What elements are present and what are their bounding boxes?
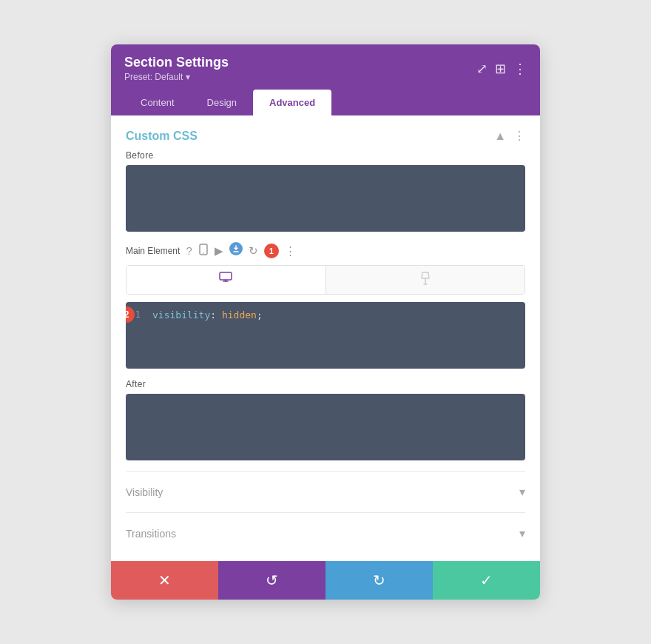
device-tab-desktop[interactable] [127, 266, 326, 294]
code-semi: ; [257, 309, 263, 321]
collapse-icon[interactable]: ▲ [494, 130, 506, 143]
custom-css-section-header: Custom CSS ▲ ⋮ [126, 115, 525, 150]
visibility-label: Visibility [126, 486, 163, 498]
header-left: Section Settings Preset: Default ▾ [124, 55, 229, 82]
panel-preset[interactable]: Preset: Default ▾ [124, 72, 229, 82]
transitions-chevron[interactable]: ▾ [519, 526, 525, 540]
code-content[interactable]: visibility: hidden; [146, 302, 525, 369]
panel-body: Custom CSS ▲ ⋮ Before Main Element ? ▶ ↻… [111, 115, 540, 561]
code-value: hidden [222, 309, 257, 321]
device-tab-pin[interactable] [326, 266, 525, 294]
panel-header: Section Settings Preset: Default ▾ ⤢ ⊞ ⋮… [111, 44, 540, 115]
svg-rect-3 [220, 272, 232, 280]
columns-icon[interactable]: ⊞ [495, 61, 506, 77]
code-keyword: visibility [152, 309, 210, 321]
more-icon[interactable]: ⋮ [513, 61, 527, 77]
badge-one[interactable]: 1 [264, 244, 279, 258]
visibility-chevron[interactable]: ▾ [519, 485, 525, 499]
device-tabs [126, 265, 525, 295]
section-more-icon[interactable]: ⋮ [513, 129, 525, 143]
tabs-row: Content Design Advanced [124, 90, 527, 115]
transitions-section[interactable]: Transitions ▾ [126, 512, 525, 554]
mobile-icon[interactable] [198, 244, 209, 258]
after-editor[interactable] [126, 394, 525, 460]
download-icon[interactable] [229, 242, 243, 259]
panel-footer: ✕ ↺ ↻ ✓ [111, 561, 540, 600]
cursor-icon[interactable]: ▶ [215, 244, 223, 258]
main-more-icon[interactable]: ⋮ [285, 244, 296, 258]
redo-button[interactable]: ↻ [326, 561, 433, 600]
tab-advanced[interactable]: Advanced [253, 90, 331, 115]
svg-point-1 [203, 252, 204, 254]
undo-button[interactable]: ↺ [218, 561, 326, 600]
tab-design[interactable]: Design [191, 90, 253, 115]
before-editor[interactable] [126, 165, 525, 232]
main-element-editor[interactable]: 2 1 visibility: hidden; [126, 302, 525, 369]
panel-title: Section Settings [124, 55, 229, 70]
header-top-row: Section Settings Preset: Default ▾ ⤢ ⊞ ⋮ [124, 55, 527, 82]
reset-icon[interactable]: ↻ [249, 244, 258, 258]
main-element-label: Main Element [126, 246, 180, 256]
transitions-label: Transitions [126, 528, 176, 540]
tab-content[interactable]: Content [124, 90, 191, 115]
visibility-section[interactable]: Visibility ▾ [126, 471, 525, 512]
before-label: Before [126, 150, 525, 161]
header-icons: ⤢ ⊞ ⋮ [476, 61, 527, 77]
main-element-row: Main Element ? ▶ ↻ 1 ⋮ [126, 242, 525, 259]
save-button[interactable]: ✓ [433, 561, 540, 600]
custom-css-title: Custom CSS [126, 130, 198, 143]
help-icon[interactable]: ? [186, 244, 192, 257]
expand-icon[interactable]: ⤢ [476, 61, 488, 77]
section-header-icons: ▲ ⋮ [494, 129, 525, 143]
section-settings-panel: Section Settings Preset: Default ▾ ⤢ ⊞ ⋮… [111, 44, 540, 600]
code-colon: : [210, 309, 222, 321]
after-label: After [126, 379, 525, 389]
cancel-button[interactable]: ✕ [111, 561, 218, 600]
